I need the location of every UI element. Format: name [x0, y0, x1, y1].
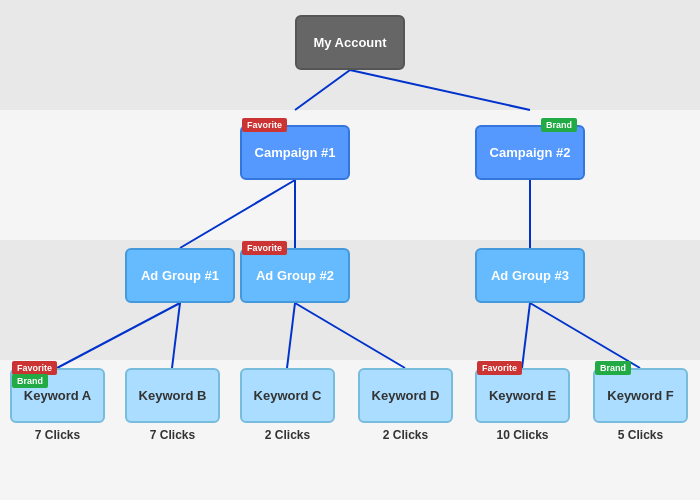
keywordD-clicks: 2 Clicks	[358, 428, 453, 442]
campaign1-label: Campaign #1	[255, 145, 336, 160]
keywordB-node[interactable]: Keyword B	[125, 368, 220, 423]
adgroup3-node[interactable]: Ad Group #3	[475, 248, 585, 303]
row-bg-campaign	[0, 110, 700, 240]
keywordE-label: Keyword E	[489, 388, 556, 403]
campaign1-node[interactable]: Campaign #1	[240, 125, 350, 180]
campaign1-favorite-tag: Favorite	[242, 118, 287, 132]
keywordF-label: Keyword F	[607, 388, 673, 403]
keywordD-label: Keyword D	[372, 388, 440, 403]
campaign2-brand-tag: Brand	[541, 118, 577, 132]
campaign2-node[interactable]: Campaign #2	[475, 125, 585, 180]
keywordE-node[interactable]: Keyword E	[475, 368, 570, 423]
keywordF-brand-tag: Brand	[595, 361, 631, 375]
adgroup2-favorite-tag: Favorite	[242, 241, 287, 255]
adgroup1-label: Ad Group #1	[141, 268, 219, 283]
campaign2-label: Campaign #2	[490, 145, 571, 160]
account-label: My Account	[313, 35, 386, 50]
keywordF-node[interactable]: Keyword F	[593, 368, 688, 423]
tree-container: My Account Favorite Campaign #1 Brand Ca…	[0, 0, 700, 500]
adgroup2-node[interactable]: Ad Group #2	[240, 248, 350, 303]
adgroup2-label: Ad Group #2	[256, 268, 334, 283]
keywordF-clicks: 5 Clicks	[593, 428, 688, 442]
keywordA-brand-tag: Brand	[12, 374, 48, 388]
keywordC-clicks: 2 Clicks	[240, 428, 335, 442]
keywordD-node[interactable]: Keyword D	[358, 368, 453, 423]
keywordA-favorite-tag: Favorite	[12, 361, 57, 375]
keywordB-clicks: 7 Clicks	[125, 428, 220, 442]
adgroup3-label: Ad Group #3	[491, 268, 569, 283]
keywordE-clicks: 10 Clicks	[475, 428, 570, 442]
keywordC-node[interactable]: Keyword C	[240, 368, 335, 423]
account-node[interactable]: My Account	[295, 15, 405, 70]
adgroup1-node[interactable]: Ad Group #1	[125, 248, 235, 303]
keywordA-clicks: 7 Clicks	[10, 428, 105, 442]
keywordC-label: Keyword C	[254, 388, 322, 403]
row-bg-adgroup	[0, 240, 700, 360]
keywordA-label: Keyword A	[24, 388, 91, 403]
keywordB-label: Keyword B	[139, 388, 207, 403]
keywordE-favorite-tag: Favorite	[477, 361, 522, 375]
